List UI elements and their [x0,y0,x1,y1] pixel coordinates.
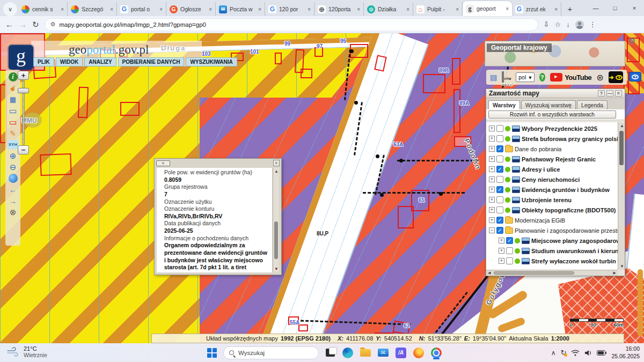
layer-checkbox[interactable] [506,237,513,244]
layer-checkbox[interactable] [496,206,503,213]
legend-icon[interactable]: ▤ [490,73,497,82]
layer-checkbox[interactable] [496,166,503,173]
clock[interactable]: 16:00 25.06.2025 [611,345,640,359]
tab-close-icon[interactable]: × [554,6,558,12]
battery-icon[interactable] [597,350,606,356]
scroll-thumb[interactable] [274,221,278,259]
accessibility-button[interactable]: ➜ [609,71,623,83]
edge-button[interactable] [341,346,354,359]
tab-close-icon[interactable]: × [258,6,261,12]
scroll-left-icon[interactable]: ◀ [488,271,491,275]
expand-icon[interactable]: + [489,217,495,223]
layer-checkbox[interactable] [506,257,513,264]
language-select[interactable]: pol▾ [516,72,534,82]
weather-widget[interactable]: 21°C Wietrznie [6,345,47,358]
expand-icon[interactable]: + [489,197,495,203]
scroll-down-icon[interactable]: ▼ [274,267,279,271]
downloads-icon[interactable]: ↓ [566,20,570,28]
youtube-link[interactable]: YouTube [550,73,591,82]
menu-item[interactable]: WYSZUKIWANIA [186,57,237,67]
browser-tab[interactable]: ⊕ 120porta × [314,2,364,16]
tab-close-icon[interactable]: × [209,6,212,12]
profile-avatar[interactable] [575,20,584,29]
layer-row[interactable]: + Strefa buforowa przy granicy polsko-bi… [486,134,618,144]
expand-icon[interactable]: − [489,227,495,233]
layer-checkbox[interactable] [496,217,503,224]
layer-checkbox[interactable] [496,176,503,183]
layer-checkbox[interactable] [496,125,503,132]
layer-checkbox[interactable] [496,196,503,203]
expand-icon[interactable]: + [499,238,504,243]
volume-icon[interactable] [584,350,592,356]
menu-item[interactable]: PLIK [33,57,54,67]
browser-tab[interactable]: ✉ Poczta w × [216,2,265,16]
layer-row[interactable]: + Wybory Prezydenckie 2025 [486,123,618,134]
browser-menu-icon[interactable]: ⋮ [589,20,596,28]
layer-checkbox[interactable] [496,145,503,152]
expand-icon[interactable]: + [489,125,495,131]
install-icon[interactable]: ⇩ [544,20,550,28]
popup-scrollbar[interactable]: ▲ ▼ [273,168,279,272]
expand-icon[interactable]: + [489,187,495,193]
overview-map[interactable]: Geoportal krajowy [485,41,625,67]
layer-row[interactable]: − Planowanie i zagospodarowanie przestrz… [486,225,618,235]
zoom-slider-handle[interactable] [18,88,29,93]
scroll-thumb[interactable] [619,131,624,165]
panel-hscrollbar[interactable]: ◀ ▶ [486,270,618,276]
help-icon[interactable]: ? [539,73,545,82]
back-icon[interactable]: ← [5,20,13,29]
scroll-thumb[interactable] [494,271,574,275]
scroll-right-icon[interactable]: ▶ [613,271,616,275]
zoom-out-button[interactable]: − [18,145,29,154]
panel-help-icon[interactable]: ? [598,90,605,97]
expand-all-button[interactable]: Rozwiń inf. o wszystkich warstwach [488,110,616,119]
browser-tab[interactable]: G portal o × [117,2,166,16]
panel-vscrollbar[interactable]: ▲ ▼ [618,122,625,270]
browser-tab[interactable]: Szczegó × [68,2,117,16]
scroll-down-icon[interactable]: ▼ [620,264,624,269]
layer-row[interactable]: + Dane do pobrania [486,144,618,154]
layer-checkbox[interactable] [496,227,503,234]
results-list-icon[interactable]: ≡ [156,160,170,166]
layer-row[interactable]: + Studium uwarunkowań i kierunków zag [486,246,618,256]
panel-tab[interactable]: Wyszukaj warstwę [521,100,576,109]
menu-item[interactable]: POBIERANIE DANYCH [118,57,185,67]
layer-row[interactable]: + Modernizacja EGiB [486,215,618,225]
bookmark-star-icon[interactable]: ☆ [554,20,561,28]
forward-icon[interactable]: → [19,20,27,29]
tool-icon[interactable] [9,174,18,183]
update-icon[interactable]: ↻ [561,349,567,357]
expand-icon[interactable]: + [499,258,504,264]
panel-tab[interactable]: Warstwy [488,100,520,109]
tab-search-button[interactable]: ∨ [3,2,17,16]
expand-icon[interactable]: + [489,156,495,162]
panel-tab[interactable]: Legenda [577,100,608,109]
browser-tab[interactable]: G Ogłosze × [166,2,216,16]
layer-checkbox[interactable] [496,156,503,162]
expand-icon[interactable]: + [489,207,495,213]
tool-icon[interactable]: ▦ [9,95,18,104]
tab-close-icon[interactable]: × [406,6,409,12]
tool-icon[interactable]: ✎ [9,129,18,138]
tool-icon[interactable]: ← [9,185,18,194]
task-view-button[interactable] [324,346,336,359]
tool-icon[interactable]: XYH [8,140,18,149]
layer-row[interactable]: + Miejscowe plany zagospodarowania prz [486,235,618,246]
taskbar-search[interactable]: Wyszukaj [223,346,319,359]
tool-icon[interactable]: ▭ [9,106,18,115]
layer-row[interactable]: + Państwowy Rejestr Granic [486,154,618,164]
wheel-icon[interactable]: ⊛ [596,72,603,83]
browser-tab[interactable]: cennik s × [18,2,68,16]
browser-tab[interactable]: g geoport × [463,1,512,16]
layer-checkbox[interactable] [496,135,503,142]
zoom-in-button[interactable]: + [18,71,29,80]
firefox-button[interactable] [412,346,425,359]
wifi-icon[interactable] [571,350,580,356]
new-tab-button[interactable]: + [564,2,576,15]
browser-tab[interactable]: G zrzut ek × [512,2,561,16]
tool-icon[interactable]: i [9,72,18,82]
tab-close-icon[interactable]: × [456,6,459,12]
tool-icon[interactable]: ⊕ [9,151,18,160]
layer-row[interactable]: + Uzbrojenie terenu [486,195,618,205]
layer-row[interactable]: + Obiekty topograficzne (BDOT500) [486,205,618,215]
